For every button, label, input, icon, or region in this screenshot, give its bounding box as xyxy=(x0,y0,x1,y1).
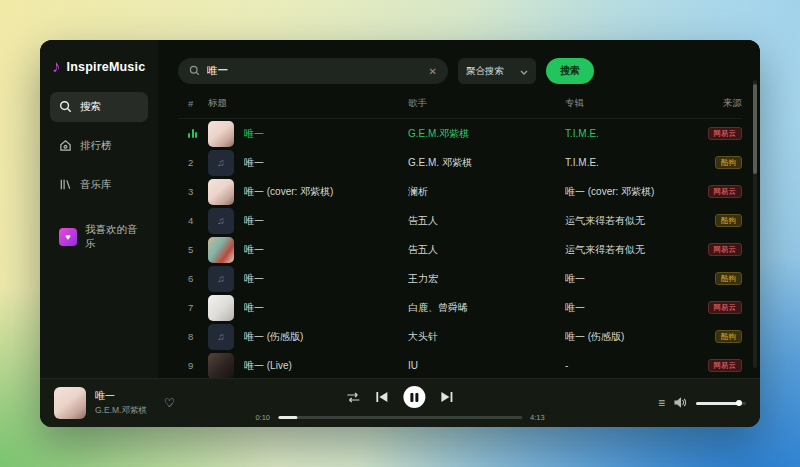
source-badge: 网易云 xyxy=(708,243,743,257)
song-artist: 白鹿、曾舜晞 xyxy=(408,301,565,315)
source-badge: 酷狗 xyxy=(715,272,742,286)
player-right-controls: ≡ xyxy=(658,394,746,412)
music-note-icon: ♫ xyxy=(217,331,225,342)
sidebar-item-search[interactable]: 搜索 xyxy=(50,92,148,122)
total-time: 4:13 xyxy=(530,413,545,422)
app-logo: ♪ InspireMusic xyxy=(50,55,148,92)
volume-slider[interactable] xyxy=(696,402,746,405)
song-title: 唯一 (Live) xyxy=(244,359,302,373)
song-album: 唯一 xyxy=(565,301,690,315)
album-art: ♫ xyxy=(208,150,234,176)
player-bar: 唯一 G.E.M.邓紫棋 ♡ xyxy=(40,378,760,427)
library-icon xyxy=(59,178,72,193)
search-input[interactable] xyxy=(207,65,422,77)
col-artist: 歌手 xyxy=(408,97,565,110)
sidebar-item-library[interactable]: 音乐库 xyxy=(50,170,148,200)
scrollbar-track[interactable] xyxy=(753,80,757,368)
music-note-icon: ♪ xyxy=(52,57,61,77)
source-badge: 酷狗 xyxy=(715,214,742,228)
sidebar-item-liked-music[interactable]: ♥ 我喜欢的音乐 xyxy=(50,222,148,252)
song-artist: IU xyxy=(408,360,565,371)
volume-knob[interactable] xyxy=(736,400,742,406)
chevron-down-icon xyxy=(520,66,528,77)
desktop-background: ♪ InspireMusic 搜索 xyxy=(0,0,800,467)
song-album: T.I.M.E. xyxy=(565,157,690,168)
table-row[interactable]: 9 ♫ 唯一 (Live) IU - 网易云 xyxy=(178,351,742,380)
source-badge: 网易云 xyxy=(708,127,743,141)
song-artist: 澜析 xyxy=(408,185,565,199)
app-window: ♪ InspireMusic 搜索 xyxy=(40,40,760,427)
sidebar-item-label: 排行榜 xyxy=(80,139,112,153)
song-album: - xyxy=(565,360,690,371)
col-album: 专辑 xyxy=(565,97,690,110)
search-icon xyxy=(59,100,72,115)
now-playing-title: 唯一 xyxy=(95,389,147,403)
sidebar: ♪ InspireMusic 搜索 xyxy=(40,40,158,378)
row-number: 3 xyxy=(188,186,193,197)
table-row[interactable]: 4 ♫ 唯一 告五人 运气来得若有似无 酷狗 xyxy=(178,206,742,235)
scrollbar-thumb[interactable] xyxy=(753,84,757,174)
clear-icon[interactable]: ✕ xyxy=(429,66,437,77)
song-title: 唯一 xyxy=(244,301,274,315)
song-album: 运气来得若有似无 xyxy=(565,243,690,257)
volume-fill xyxy=(696,402,739,405)
source-badge: 网易云 xyxy=(708,359,743,373)
player-controls: 0:10 4:13 xyxy=(255,386,544,422)
app-title: InspireMusic xyxy=(67,60,146,74)
sidebar-item-charts[interactable]: 排行榜 xyxy=(50,131,148,161)
table-row[interactable]: 5 ♫ 唯一 告五人 运气来得若有似无 网易云 xyxy=(178,235,742,264)
sidebar-item-label: 我喜欢的音乐 xyxy=(85,223,139,251)
favorite-heart-icon[interactable]: ♡ xyxy=(164,396,175,410)
pause-button[interactable] xyxy=(404,386,426,408)
search-mode-value: 聚合搜索 xyxy=(466,65,504,78)
row-number: 5 xyxy=(188,244,193,255)
song-album: 唯一 xyxy=(565,272,690,286)
volume-icon[interactable] xyxy=(674,394,687,412)
now-playing-icon xyxy=(188,129,208,138)
row-number: 6 xyxy=(188,273,193,284)
col-source: 来源 xyxy=(723,97,742,110)
table-row[interactable]: ♫ 唯一 G.E.M.邓紫棋 T.I.M.E. 网易云 xyxy=(178,119,742,148)
table-row[interactable]: 3 ♫ 唯一 (cover: 邓紫棋) 澜析 唯一 (cover: 邓紫棋) 网… xyxy=(178,177,742,206)
main-content: ✕ 聚合搜索 搜索 # 标题 歌手 xyxy=(158,40,760,378)
search-icon xyxy=(189,62,200,80)
table-row[interactable]: 6 ♫ 唯一 王力宏 唯一 酷狗 xyxy=(178,264,742,293)
song-album: 唯一 (伤感版) xyxy=(565,330,690,344)
progress-fill xyxy=(278,416,298,419)
album-art: ♫ xyxy=(208,353,234,379)
song-artist: 告五人 xyxy=(408,243,565,257)
song-artist: 王力宏 xyxy=(408,272,565,286)
album-art: ♫ xyxy=(208,237,234,263)
album-art: ♫ xyxy=(208,295,234,321)
row-number: 4 xyxy=(188,215,193,226)
song-title: 唯一 xyxy=(244,272,274,286)
search-box[interactable]: ✕ xyxy=(178,58,448,84)
search-bar: ✕ 聚合搜索 搜索 xyxy=(178,58,742,84)
table-row[interactable]: 2 ♫ 唯一 G.E.M. 邓紫棋 T.I.M.E. 酷狗 xyxy=(178,148,742,177)
source-badge: 网易云 xyxy=(708,301,743,315)
album-art: ♫ xyxy=(208,121,234,147)
heart-icon: ♥ xyxy=(65,232,70,242)
song-artist: 大头针 xyxy=(408,330,565,344)
search-mode-dropdown[interactable]: 聚合搜索 xyxy=(458,58,536,84)
row-number: 7 xyxy=(188,302,193,313)
queue-icon[interactable]: ≡ xyxy=(658,396,665,410)
progress-bar[interactable] xyxy=(278,416,522,419)
row-number: 2 xyxy=(188,157,193,168)
now-playing-info: 唯一 G.E.M.邓紫棋 ♡ xyxy=(54,387,175,419)
table-row[interactable]: 7 ♫ 唯一 白鹿、曾舜晞 唯一 网易云 xyxy=(178,293,742,322)
song-artist: G.E.M.邓紫棋 xyxy=(408,127,565,141)
song-title: 唯一 (cover: 邓紫棋) xyxy=(244,185,343,199)
search-button[interactable]: 搜索 xyxy=(546,58,594,84)
next-track-icon[interactable] xyxy=(441,391,454,403)
shuffle-icon[interactable] xyxy=(347,392,361,403)
song-album: 唯一 (cover: 邓紫棋) xyxy=(565,185,690,199)
song-artist: 告五人 xyxy=(408,214,565,228)
table-row[interactable]: 8 ♫ 唯一 (伤感版) 大头针 唯一 (伤感版) 酷狗 xyxy=(178,322,742,351)
elapsed-time: 0:10 xyxy=(255,413,270,422)
album-art: ♫ xyxy=(208,179,234,205)
now-playing-artist: G.E.M.邓紫棋 xyxy=(95,405,147,417)
row-number: 9 xyxy=(188,360,193,371)
album-art: ♫ xyxy=(208,266,234,292)
previous-track-icon[interactable] xyxy=(376,391,389,403)
